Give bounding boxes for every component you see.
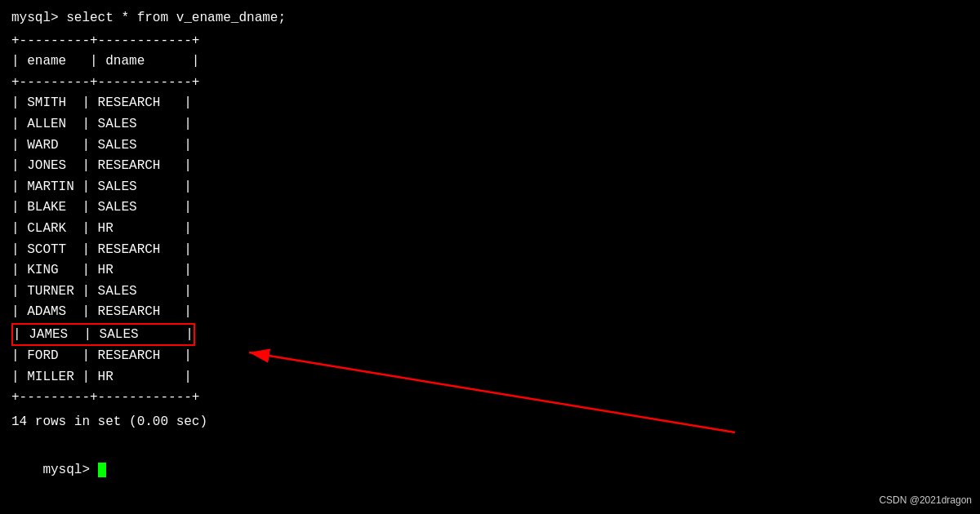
highlighted-james-row: | JAMES | SALES | — [11, 323, 195, 346]
separator-bottom: +---------+------------+ — [11, 388, 969, 409]
table-row: | JAMES | SALES | — [11, 323, 969, 346]
table-row: | JONES | RESEARCH | — [11, 156, 969, 177]
table-row: | MILLER | HR | — [11, 367, 969, 388]
table-row: | BLAKE | SALES | — [11, 197, 969, 219]
table-row: | KING | HR | — [11, 260, 969, 281]
command-text: mysql> select * from v_ename_dname; — [11, 11, 286, 25]
table-row: | SMITH | RESEARCH | — [11, 93, 969, 114]
table-area: +---------+------------+ | ename | dname… — [11, 31, 969, 409]
prompt-label: mysql> — [42, 463, 97, 477]
footer-text: 14 rows in set (0.00 sec) — [11, 412, 969, 433]
watermark: CSDN @2021dragon — [879, 494, 972, 506]
table-rows: | SMITH | RESEARCH || ALLEN | SALES || W… — [11, 93, 969, 388]
prompt-line: mysql> — [11, 439, 969, 502]
table-row: | ADAMS | RESEARCH | — [11, 302, 969, 323]
table-row: | WARD | SALES | — [11, 135, 969, 157]
separator-top: +---------+------------+ — [11, 31, 969, 52]
table-row: | FORD | RESEARCH | — [11, 346, 969, 367]
command-line: mysql> select * from v_ename_dname; — [11, 8, 969, 29]
table-row: | MARTIN | SALES | — [11, 177, 969, 198]
table-row: | SCOTT | RESEARCH | — [11, 240, 969, 261]
separator-mid: +---------+------------+ — [11, 73, 969, 94]
table-row: | ALLEN | SALES | — [11, 114, 969, 135]
table-header: | ename | dname | — [11, 51, 969, 73]
terminal: mysql> select * from v_ename_dname; +---… — [0, 0, 980, 510]
cursor — [98, 463, 106, 477]
table-row: | CLARK | HR | — [11, 219, 969, 240]
table-row: | TURNER | SALES | — [11, 281, 969, 303]
